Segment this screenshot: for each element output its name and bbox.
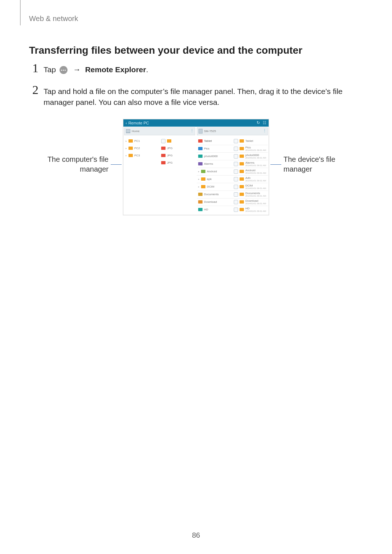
image-icon: [161, 154, 166, 157]
folder-icon: [198, 155, 203, 158]
item-label: photo0000: [204, 155, 231, 158]
item-label: Tablet: [245, 139, 253, 143]
item-label: DCIM: [207, 185, 231, 188]
item-label: Download: [204, 200, 231, 204]
item-sub: 2014/01/01 09:01 AM: [245, 164, 266, 167]
item-label: Pics: [204, 147, 231, 150]
item-sub: 2014/01/01 09:01 AM: [245, 195, 266, 197]
folder-icon: [240, 185, 244, 188]
list-item: JPG: [160, 159, 195, 167]
image-icon: [161, 161, 166, 164]
step-2: 2 Tap and hold a file on the computer’s …: [29, 86, 363, 108]
folder-icon: [201, 185, 205, 188]
checkbox-icon: [234, 177, 238, 181]
list-item: Pics: [197, 145, 232, 152]
mock-body: Home ⋮ ▸PC1 ▸PC2 ▸PC3 JPG JPG: [123, 127, 269, 215]
list-item: Documents: [197, 190, 232, 198]
list-item: ▸DCIM: [197, 183, 232, 190]
more-icon: [60, 66, 68, 74]
computer-pane: Home ⋮ ▸PC1 ▸PC2 ▸PC3 JPG JPG: [123, 127, 196, 215]
side-rule: [20, 0, 21, 25]
callout-line: [270, 164, 281, 165]
list-item: Tablet: [197, 138, 232, 145]
item-label: PC1: [134, 139, 158, 143]
list-item: Documents2014/01/01 09:01 AM: [232, 190, 268, 198]
mock-title: Remote PC: [128, 121, 149, 125]
item-label: apk: [207, 177, 231, 181]
folder-icon: [240, 193, 244, 196]
item-label: Android: [207, 170, 231, 173]
list-item: [160, 138, 195, 145]
item-label: JPG: [167, 161, 194, 164]
checkbox-icon: [234, 147, 238, 151]
callout-line: [111, 164, 122, 165]
folder-icon: [240, 170, 244, 173]
step-body: Tap → Remote Explorer.: [44, 64, 148, 75]
step-list: 1 Tap → Remote Explorer. 2 Tap and hold …: [29, 64, 363, 108]
checkbox-icon: [234, 185, 238, 189]
folder-icon: [240, 147, 244, 150]
folder-icon: [240, 177, 244, 181]
item-label: Adb: [245, 176, 250, 180]
list-item: HD2014/01/01 09:01 AM: [232, 206, 268, 213]
list-item: Pics2014/01/01 09:01 AM: [232, 145, 268, 152]
step-text-pre: Tap: [44, 65, 58, 74]
item-label: Documents: [204, 193, 231, 196]
list-item: Adb2014/01/01 09:01 AM: [232, 175, 268, 183]
checkbox-icon: [234, 208, 238, 212]
folder-icon: [128, 154, 133, 157]
callout-left: The computer's file manager: [40, 119, 109, 210]
item-label: PC3: [134, 154, 158, 157]
item-label: JPG: [167, 147, 194, 150]
item-sub: 2014/01/01 09:01 AM: [245, 157, 266, 159]
monitor-icon: [126, 129, 130, 133]
folder-icon: [198, 162, 203, 165]
list-item: Download2014/01/01 09:01 AM: [232, 198, 268, 206]
list-item: Alarms2014/01/01 09:01 AM: [232, 160, 268, 168]
folder-icon: [198, 139, 203, 143]
folder-icon: [198, 193, 203, 196]
item-label: HD: [204, 208, 231, 211]
folder-icon: [128, 147, 133, 150]
callout-text: The device's file manager: [283, 155, 352, 174]
folder-icon: [167, 139, 171, 143]
list-item: JPG: [160, 152, 195, 159]
checkbox-icon: [234, 139, 238, 143]
folder-icon: [198, 200, 203, 204]
list-item: Android2014/01/01 09:01 AM: [232, 168, 268, 175]
list-item: Download: [197, 198, 232, 206]
pane-label: Home: [132, 130, 139, 133]
device-pane: SM-T525 ⋮ Tablet Pics photo0000 Alarms ▸…: [196, 127, 269, 215]
checkbox-icon: [234, 192, 238, 197]
item-sub: 2014/01/01 09:01 AM: [245, 202, 266, 205]
list-item: HD: [197, 206, 232, 213]
more-vert-icon: ⋮: [190, 128, 193, 132]
list-item: ▸apk: [197, 175, 232, 183]
checkbox-icon: [234, 200, 238, 204]
folder-icon: [201, 170, 205, 173]
pane-label: SM-T525: [204, 130, 216, 133]
step-target: Remote Explorer: [85, 65, 146, 74]
pane-list-left: ▸PC1 ▸PC2 ▸PC3 JPG JPG JPG: [123, 136, 196, 168]
pane-header-left: Home ⋮: [124, 127, 195, 135]
list-item: Alarms: [197, 160, 232, 168]
folder-icon: [198, 208, 203, 211]
item-label: photo0000: [245, 153, 259, 157]
item-label: JPG: [167, 154, 194, 157]
list-item: ▸PC1: [124, 138, 160, 145]
callout-right: The device's file manager: [283, 119, 352, 210]
pane-header-right: SM-T525 ⋮: [197, 127, 268, 135]
item-label: Android: [245, 169, 256, 172]
page-number: 86: [0, 531, 392, 539]
grid-icon: ☷: [263, 120, 266, 125]
list-item: photo0000: [197, 152, 232, 160]
list-item: JPG: [160, 145, 195, 152]
list-item: Tablet: [232, 138, 268, 145]
folder-icon: [240, 139, 244, 143]
item-sub: 2014/01/01 09:01 AM: [245, 180, 266, 182]
step-1: 1 Tap → Remote Explorer.: [29, 64, 363, 77]
list-item: DCIM2014/01/01 09:01 AM: [232, 183, 268, 190]
list-item: ▸PC2: [124, 145, 160, 152]
item-label: Pics: [245, 146, 251, 149]
folder-icon: [198, 147, 203, 150]
